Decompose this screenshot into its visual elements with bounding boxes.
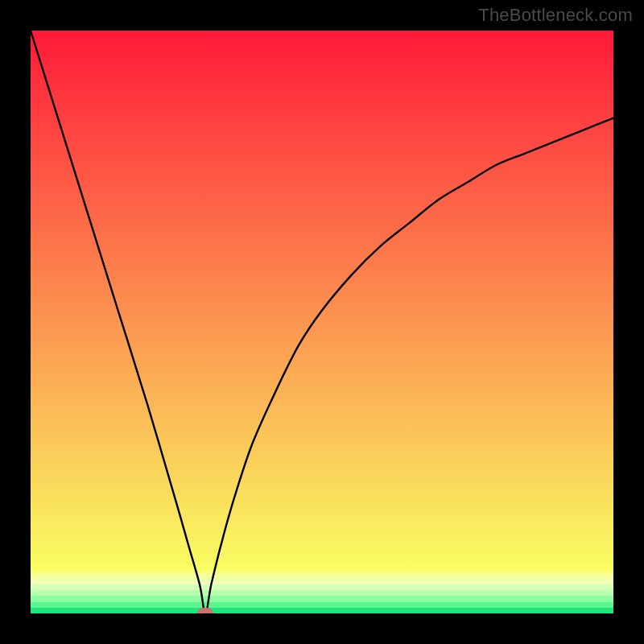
chart-frame: TheBottleneck.com xyxy=(0,0,644,644)
plot-area xyxy=(31,31,613,613)
bottleneck-curve xyxy=(31,31,613,613)
optimal-point-marker xyxy=(197,608,213,613)
watermark-text: TheBottleneck.com xyxy=(478,5,633,26)
